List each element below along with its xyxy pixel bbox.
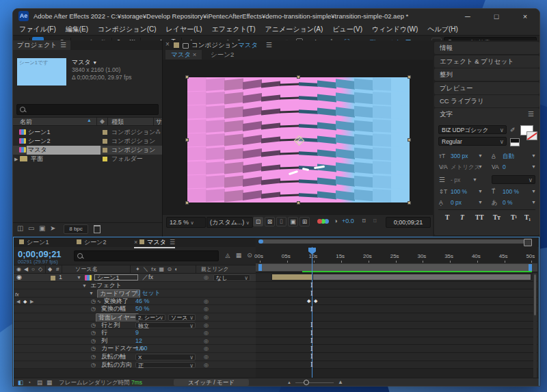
expand-transfer-controls-icon[interactable]: ◔ <box>27 378 31 387</box>
dropdown-arrow-icon[interactable]: ▼ <box>531 153 536 158</box>
work-area-start-handle[interactable] <box>258 264 262 271</box>
font-size-value[interactable]: 300 px <box>451 153 468 159</box>
keyframe-diamond[interactable]: ◆ <box>307 298 310 304</box>
tracking-value[interactable]: 0 <box>503 164 506 170</box>
bit-depth-button[interactable]: 8 bpc <box>64 224 88 234</box>
layer-quality-fx-switches[interactable]: ／fx <box>142 274 153 282</box>
twirl-right-icon[interactable]: ▶ <box>14 155 18 164</box>
expand-inout-pane-icon[interactable]: ▤ <box>37 378 42 387</box>
track-row[interactable] <box>256 361 537 369</box>
twirl-down-icon[interactable]: ▼ <box>82 282 87 290</box>
time-ruler[interactable]: 00s05s10s15s20s25s30s35s40s45s50s <box>256 247 537 263</box>
stopwatch-icon[interactable]: ◷ <box>91 305 97 313</box>
track-row[interactable] <box>256 353 537 361</box>
camera-view-icon[interactable]: ⊞ <box>299 217 310 226</box>
twirl-down-icon[interactable]: ▼ <box>89 289 94 298</box>
grid-guides-icon[interactable]: ⊡ <box>253 217 263 226</box>
exposure-icon[interactable]: ◑ <box>334 218 337 224</box>
track-row[interactable] <box>256 305 537 313</box>
panel-menu-icon[interactable]: ☰ <box>266 40 272 50</box>
track-row[interactable] <box>256 298 537 306</box>
selection-handle[interactable] <box>408 75 411 79</box>
property-row[interactable]: ◷ 変換の幅 50 % ◎ <box>14 305 256 313</box>
property-row[interactable]: ◷ 列 12 ◎ <box>14 337 256 345</box>
selection-handle[interactable] <box>185 201 189 205</box>
effect-row[interactable]: fx ▼ カードワイプ リセット <box>14 289 256 298</box>
close-button[interactable]: × <box>511 9 539 24</box>
viewer-tab[interactable]: シーン2 <box>205 50 239 60</box>
channel-select-icon[interactable] <box>317 219 322 224</box>
menu-item[interactable]: ビュー(V) <box>332 24 362 35</box>
pickwhip-icon[interactable]: ◎ <box>204 353 209 361</box>
stopwatch-icon[interactable]: ◷ <box>91 298 97 306</box>
render-time-pane-icon[interactable]: ▦ <box>46 378 52 387</box>
layer-select[interactable]: 2. シーン∨ <box>135 314 165 321</box>
vertical-scrollbar[interactable] <box>533 273 537 378</box>
leading-value[interactable]: 自動 <box>503 153 514 161</box>
layer-label-swatch[interactable] <box>51 276 55 280</box>
eye-toggle-icon[interactable]: ◉ <box>16 274 22 282</box>
exposure-value[interactable]: +0.0 <box>342 218 354 224</box>
property-row[interactable]: ◷ 行と列 独立∨ ◎ <box>14 322 256 330</box>
prev-keyframe-icon[interactable]: ◀ <box>16 298 20 306</box>
expand-layer-switches-icon[interactable]: ◧ <box>18 378 23 387</box>
magnification-select[interactable]: 12.5 % ∨ <box>166 217 206 228</box>
transparency-grid-icon[interactable]: ▣ <box>288 217 298 226</box>
source-select[interactable]: ソース∨ <box>168 314 196 321</box>
timeline-zoom-slider-track[interactable] <box>295 382 334 383</box>
new-folder-icon[interactable]: ▭ <box>28 224 34 232</box>
property-value[interactable]: 1.00 <box>135 345 148 353</box>
sidebar-panel-tab[interactable]: エフェクト & プリセット <box>434 55 539 68</box>
pickwhip-icon[interactable]: ◎ <box>204 313 209 322</box>
eyedropper-icon[interactable]: ✐ <box>510 127 516 133</box>
menu-item[interactable]: 編集(E) <box>66 24 88 35</box>
faux-bold-button[interactable]: T <box>445 214 449 221</box>
label-swatch[interactable] <box>103 130 107 135</box>
stopwatch-icon[interactable]: ◷ <box>91 353 97 361</box>
selection-handle[interactable] <box>185 138 189 142</box>
selection-handle[interactable] <box>297 75 300 79</box>
font-style-select[interactable]: Regular∨ <box>438 137 507 146</box>
draft-3d-icon[interactable]: ▦ <box>234 251 243 260</box>
menu-item[interactable]: レイヤー(L) <box>166 24 202 35</box>
project-row[interactable]: ▶ 平面 フォルダー <box>13 155 162 164</box>
hide-shy-layers-icon[interactable]: ⊙ <box>245 251 254 260</box>
horizontal-scale-value[interactable]: 100 % <box>503 188 519 195</box>
keyframe-diamond[interactable]: ◆ <box>314 298 317 304</box>
stopwatch-icon[interactable]: ◷ <box>91 329 97 337</box>
timeline-search-input[interactable] <box>74 250 219 261</box>
project-flowchart-icon[interactable]: ◫ <box>17 224 23 232</box>
pickwhip-icon[interactable]: ◎ <box>204 329 209 337</box>
track-row[interactable] <box>256 345 537 353</box>
project-row-selected[interactable]: マスタ コンポジション <box>13 146 162 155</box>
faux-italic-button[interactable]: T <box>460 214 464 221</box>
sidebar-panel-tab[interactable]: 情報 <box>434 42 539 54</box>
work-area-end-handle[interactable] <box>529 264 532 271</box>
property-row[interactable]: ◷ カードスケール 1.00 ◎ <box>14 345 256 353</box>
navigator-start-handle[interactable] <box>258 239 263 244</box>
stroke-width-value[interactable]: - px <box>451 177 460 183</box>
project-column-header[interactable]: 名前 ▲ ◆ 種類 サ <box>13 117 162 126</box>
add-keyframe-icon[interactable]: ◆ <box>23 298 27 306</box>
pickwhip-icon[interactable]: ◎ <box>204 361 209 369</box>
sidebar-panel-tab[interactable]: CC ライブラリ <box>434 95 539 107</box>
timeline-current-time[interactable]: 0;00;09;21 <box>18 249 62 259</box>
timeline-tab[interactable]: シーン2 <box>77 238 106 247</box>
all-caps-button[interactable]: TT <box>475 214 484 221</box>
composition-viewer[interactable] <box>163 60 433 214</box>
zoom-out-mountain-icon[interactable]: ▲ <box>287 378 291 387</box>
dropdown-arrow-icon[interactable]: ▼ <box>478 200 483 205</box>
tsume-value[interactable]: 0 % <box>503 199 513 206</box>
dropdown-arrow-icon[interactable]: ▼ <box>478 189 483 194</box>
selection-handle[interactable] <box>408 201 411 205</box>
switches-modes-toggle[interactable]: スイッチ / モード <box>174 379 249 386</box>
pickwhip-icon[interactable]: ◎ <box>204 298 209 306</box>
timeline-navigator-bar[interactable] <box>258 239 532 244</box>
dropdown-arrow-icon[interactable]: ▼ <box>531 200 536 205</box>
region-of-interest-icon[interactable]: ⌷ <box>276 217 286 226</box>
property-value[interactable]: 9 <box>135 329 139 337</box>
track-row[interactable] <box>256 329 537 337</box>
project-panel-tab[interactable]: プロジェクト☰ <box>13 40 70 50</box>
track-row[interactable] <box>256 313 537 322</box>
dropdown-arrow-icon[interactable]: ▼ <box>478 153 483 158</box>
